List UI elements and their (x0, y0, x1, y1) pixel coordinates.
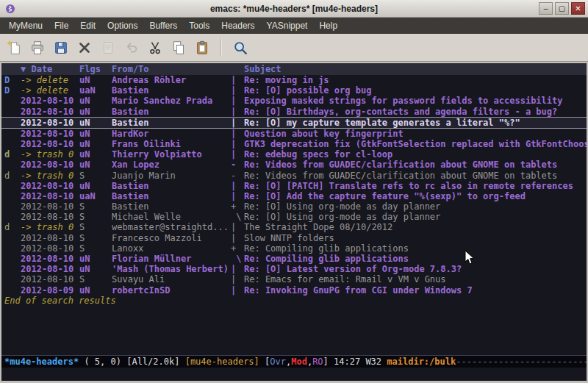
message-row[interactable]: 2012-08-10uaNBastien|Re: [O] Add the cap… (1, 191, 587, 201)
emacs-logo-icon (4, 3, 16, 15)
copy-button[interactable] (168, 37, 190, 59)
message-row[interactable]: 2012-08-10uNMario Sanchez Prada|Exposing… (1, 96, 587, 106)
message-row[interactable]: d-> trash 0SJuanjo Marin-Re: Videos from… (1, 171, 587, 181)
minimize-button[interactable]: – (539, 2, 553, 15)
message-row[interactable]: 2012-08-10uNFrans Oilinki|GTK3 deprecati… (1, 139, 587, 149)
message-from: Bastien (112, 201, 231, 212)
message-row[interactable]: d-> trash 0uNThierry Volpiatto|Re: edebu… (1, 149, 587, 160)
message-row[interactable]: 2012-08-10uNBastien|Re: [O] my capture t… (1, 117, 587, 129)
message-row[interactable]: 2012-08-10uNBastien|Re: [O] Birthdays, o… (1, 107, 587, 117)
message-subject: Re: Videos from GUADEC/clarification abo… (244, 160, 587, 170)
cut-icon (147, 40, 163, 56)
message-row[interactable]: 2012-08-10uN'Mash (Thomas Herbert)|Re: [… (1, 264, 587, 274)
toolbar-separator (220, 39, 222, 57)
print-button[interactable] (26, 37, 49, 59)
message-mark (1, 201, 21, 212)
mode-line[interactable]: *mu4e-headers* ( 5, 0) [All/2.0k] [mu4e-… (1, 355, 587, 368)
message-row[interactable]: 2012-08-10uNBastien|Re: [O] [PATCH] Tran… (1, 181, 587, 191)
message-row[interactable]: D-> deleteuaNBastien|Re: [O] possible or… (1, 85, 587, 96)
undo-disabled-button (121, 37, 143, 59)
close-buffer-button[interactable] (74, 37, 96, 59)
menu-item-edit[interactable]: Edit (74, 18, 101, 33)
thread-separator: | (231, 129, 244, 139)
message-from: Frans Oilinki (112, 139, 231, 149)
message-row[interactable]: D-> deleteuNAndreas Röhler|Re: moving in… (1, 75, 587, 85)
thread-separator: | (231, 149, 244, 160)
message-date: -> delete (21, 85, 79, 96)
window-title: emacs: *mu4e-headers* [mu4e-headers] (0, 4, 588, 14)
message-list[interactable]: D-> deleteuNAndreas Röhler|Re: moving in… (1, 75, 587, 296)
message-row[interactable]: 2012-08-10SFrancesco Mazzoli|Slow NNTP f… (1, 233, 587, 243)
header-subject-col: Subject (244, 63, 587, 75)
message-date: 2012-08-09 (21, 285, 79, 296)
new-file-button[interactable] (3, 37, 25, 59)
message-mark (1, 264, 21, 274)
message-date: 2012-08-10 (21, 201, 79, 212)
thread-separator: \ (231, 212, 244, 222)
header-mark-col (1, 63, 21, 75)
menu-item-options[interactable]: Options (101, 18, 143, 33)
message-mark (1, 160, 21, 170)
message-from: Suvayu Ali (112, 274, 231, 284)
thread-separator: + (231, 201, 244, 212)
menu-item-mymenu[interactable]: MyMenu (3, 18, 49, 33)
modeline-ro: RO (312, 357, 323, 367)
copy-icon (171, 40, 187, 56)
menu-item-headers[interactable]: Headers (215, 18, 260, 33)
message-from: Juanjo Marin (112, 171, 231, 181)
message-mark (1, 96, 21, 106)
search-button[interactable] (229, 37, 251, 59)
cut-button[interactable] (144, 37, 166, 59)
buffer-empty-space[interactable] (1, 306, 587, 355)
message-subject: Re: [O] [PATCH] Translate refs to rc als… (244, 181, 587, 191)
paste-button[interactable] (191, 37, 213, 59)
message-mark (1, 243, 21, 254)
menu-item-yasnippet[interactable]: YASnippet (261, 18, 314, 33)
message-row[interactable]: 2012-08-10SLanoxx+Re: Compiling glib app… (1, 243, 587, 254)
message-row[interactable]: 2012-08-10uNHardKor|Question about key f… (1, 129, 587, 139)
message-subject: Re: Invoking GnuPG from CGI under Window… (244, 285, 587, 296)
menu-item-buffers[interactable]: Buffers (143, 18, 183, 33)
modeline-plain: [All/2.0k] (126, 357, 184, 367)
message-row[interactable]: 2012-08-09uNrobertcInSD|Re: Invoking Gnu… (1, 285, 587, 296)
save-button[interactable] (50, 37, 72, 59)
message-row[interactable]: 2012-08-10SSuvayu Ali|Re: Emacs for emai… (1, 274, 587, 284)
message-row[interactable]: 2012-08-10SMichael Welle \Re: [O] Using … (1, 212, 587, 222)
message-row[interactable]: d-> trash 0Swebmaster@straightd...|The S… (1, 222, 587, 232)
modeline-maildir: maildir:/bulk (387, 357, 456, 367)
message-from: Bastien (112, 191, 231, 201)
window-controls: – ▢ ✕ (539, 2, 585, 15)
message-mark: d (1, 171, 21, 181)
message-flags: uN (79, 285, 112, 296)
message-mark: d (1, 149, 21, 160)
message-flags: uN (79, 96, 112, 106)
save-icon (53, 40, 69, 56)
thread-separator: | (231, 85, 244, 96)
menu-item-tools[interactable]: Tools (183, 18, 215, 33)
message-mark (1, 107, 21, 117)
message-row[interactable]: 2012-08-10SBastien+Re: [O] Using org-mod… (1, 201, 587, 212)
maximize-button[interactable]: ▢ (555, 2, 569, 15)
message-subject: Re: edebug specs for cl-loop (244, 149, 587, 160)
message-row[interactable]: 2012-08-10uNFlorian Müllner \Re: Compili… (1, 254, 587, 264)
message-row[interactable]: 2012-08-10uNXan Lopez-Re: Videos from GU… (1, 160, 587, 170)
message-mark (1, 285, 21, 296)
message-from: HardKor (112, 129, 231, 139)
title-bar[interactable]: emacs: *mu4e-headers* [mu4e-headers] – ▢… (0, 0, 588, 18)
modeline-ovr: Ovr (270, 357, 286, 367)
menu-item-help[interactable]: Help (313, 18, 343, 33)
message-flags: S (79, 212, 112, 222)
message-from: Bastien (112, 118, 231, 128)
message-mark (1, 139, 21, 149)
message-mark (1, 118, 21, 128)
close-button[interactable]: ✕ (571, 2, 585, 15)
thread-separator: | (231, 118, 244, 128)
undo-disabled-icon (123, 40, 140, 56)
thread-separator: | (231, 222, 244, 232)
message-mark (1, 233, 21, 243)
message-mark (1, 254, 21, 264)
thread-separator: | (231, 75, 244, 85)
message-flags: uaN (79, 85, 112, 96)
menu-item-file[interactable]: File (49, 18, 74, 33)
header-line: ▼ Date Flgs From/To Subject (1, 63, 587, 75)
